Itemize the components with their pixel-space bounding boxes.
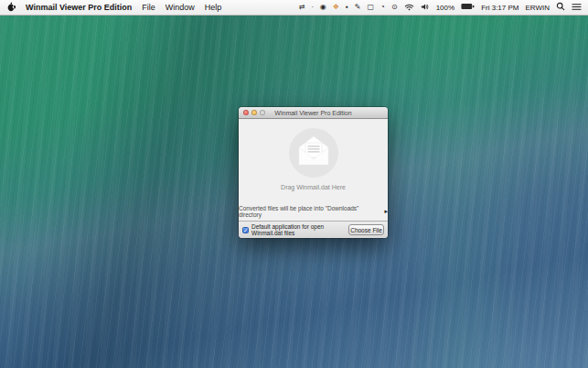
- pen-icon[interactable]: ✎: [355, 4, 361, 11]
- apple-menu-icon[interactable]: [6, 2, 16, 14]
- default-app-checkbox[interactable]: ✓: [242, 227, 249, 233]
- converted-files-row: Converted files will be place into "Down…: [239, 205, 388, 218]
- default-app-checkbox-group[interactable]: ✓ Default application for open Winmail.d…: [242, 223, 348, 236]
- window-title-bar[interactable]: Winmail Viewer Pro Edition: [239, 107, 388, 119]
- app-menu-title[interactable]: Winmail Viewer Pro Edition: [26, 3, 132, 12]
- wifi-icon[interactable]: [404, 3, 414, 13]
- spotlight-search-icon[interactable]: [556, 2, 565, 13]
- menu-bar: Winmail Viewer Pro Edition File Window H…: [0, 0, 588, 16]
- drop-zone[interactable]: [289, 128, 338, 178]
- zoom-button-disabled: [260, 110, 265, 115]
- app-color-icon[interactable]: ❖: [333, 4, 339, 11]
- display-icon[interactable]: ▢: [368, 4, 375, 11]
- window-content: Drag Winmail.dat Here Converted files wi…: [239, 119, 388, 221]
- default-app-checkbox-label: Default application for open Winmail.dat…: [251, 223, 348, 236]
- choose-file-button[interactable]: Choose File: [348, 224, 384, 235]
- record-icon[interactable]: ◉: [320, 4, 326, 11]
- close-button[interactable]: [243, 110, 249, 115]
- menu-help[interactable]: Help: [205, 3, 222, 12]
- disclosure-triangle-icon[interactable]: ▸: [384, 208, 388, 215]
- dot-icon[interactable]: ∙: [312, 4, 314, 11]
- volume-icon[interactable]: [421, 3, 430, 13]
- sync-icon[interactable]: ⇄: [299, 4, 305, 11]
- menu-bar-status-area: ⇄ ∙ ◉ ❖ ▪ ✎ ▢ ◔ ⊙ 100%: [299, 2, 582, 13]
- minimize-button[interactable]: [251, 110, 257, 115]
- window-title: Winmail Viewer Pro Edition: [274, 110, 351, 116]
- window-bottom-bar: ✓ Default application for open Winmail.d…: [239, 221, 388, 238]
- notification-center-icon[interactable]: [572, 3, 582, 13]
- drop-zone-label: Drag Winmail.dat Here: [281, 184, 346, 190]
- battery-percent-label: 100%: [436, 4, 454, 12]
- menu-bar-left: Winmail Viewer Pro Edition File Window H…: [6, 2, 221, 14]
- target-icon[interactable]: ⊙: [391, 4, 398, 11]
- clock-pie-icon[interactable]: ◔: [380, 4, 385, 11]
- winmail-viewer-window: Winmail Viewer Pro Edition Drag Winmail.…: [239, 107, 388, 238]
- battery-icon[interactable]: [461, 3, 475, 12]
- menu-window[interactable]: Window: [166, 3, 195, 12]
- box-icon[interactable]: ▪: [346, 4, 348, 11]
- window-controls: [243, 107, 265, 118]
- menu-bar-clock[interactable]: Fri 3:17 PM: [481, 4, 519, 12]
- menu-file[interactable]: File: [142, 3, 155, 12]
- open-envelope-icon: [295, 134, 332, 172]
- user-session-label[interactable]: ERWIN: [525, 4, 550, 12]
- converted-files-text: Converted files will be place into "Down…: [239, 205, 380, 218]
